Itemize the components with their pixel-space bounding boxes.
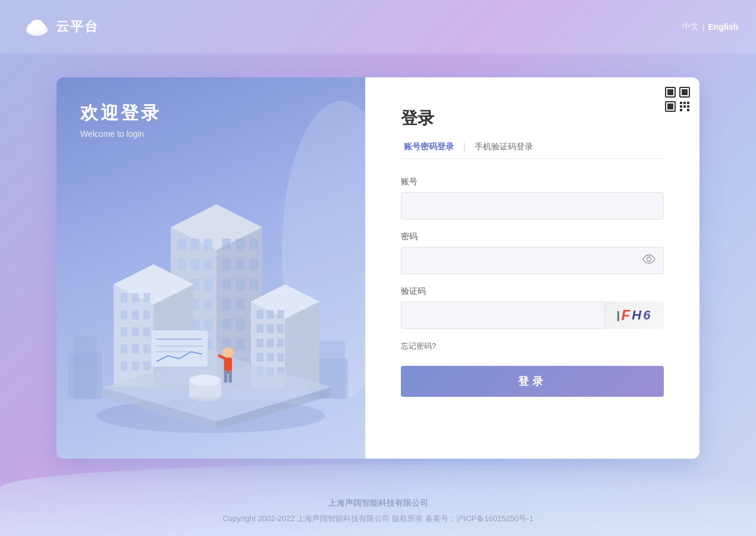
svg-rect-42 (222, 299, 231, 310)
password-group: 密码 (401, 231, 664, 274)
lang-divider: | (702, 22, 705, 32)
svg-rect-49 (236, 338, 244, 350)
svg-rect-118 (687, 109, 689, 111)
login-button[interactable]: 登录 (401, 366, 664, 397)
svg-rect-65 (143, 327, 150, 336)
account-label: 账号 (401, 177, 664, 187)
svg-rect-82 (267, 338, 274, 347)
cloud-logo-icon (24, 17, 50, 37)
main-card: 欢迎登录 Welcome to login (57, 77, 699, 459)
captcha-label: 验证码 (401, 286, 664, 297)
svg-rect-15 (178, 259, 186, 270)
svg-rect-13 (191, 239, 199, 250)
svg-rect-6 (74, 336, 96, 399)
login-tabs: 账号密码登录 手机验证码登录 (401, 142, 664, 159)
svg-rect-64 (132, 327, 139, 336)
svg-rect-41 (250, 279, 258, 290)
svg-rect-86 (277, 353, 284, 361)
building-scene-icon (57, 168, 365, 447)
password-label: 密码 (401, 231, 664, 242)
svg-rect-114 (680, 105, 682, 108)
tab-divider (464, 143, 465, 151)
svg-rect-26 (204, 319, 212, 330)
svg-rect-80 (277, 324, 284, 333)
svg-rect-39 (222, 279, 231, 290)
svg-rect-108 (682, 89, 688, 95)
svg-rect-115 (683, 105, 686, 108)
svg-rect-79 (267, 324, 274, 333)
svg-rect-46 (236, 319, 244, 330)
svg-rect-45 (222, 319, 231, 330)
account-input-wrap (401, 192, 664, 220)
svg-rect-81 (256, 338, 263, 347)
svg-rect-76 (267, 310, 274, 318)
captcha-group: 验证码 |FH6 (401, 286, 664, 329)
svg-rect-110 (667, 104, 673, 109)
left-panel: 欢迎登录 Welcome to login (57, 77, 365, 459)
svg-rect-77 (277, 310, 284, 318)
svg-rect-117 (680, 109, 682, 111)
svg-rect-102 (224, 370, 228, 383)
tab-sms-login[interactable]: 手机验证码登录 (472, 142, 536, 152)
svg-rect-20 (204, 279, 212, 290)
svg-rect-70 (132, 362, 139, 371)
svg-rect-57 (121, 293, 128, 302)
captcha-image[interactable]: |FH6 (604, 302, 664, 329)
svg-point-119 (647, 257, 651, 261)
svg-rect-34 (236, 239, 244, 250)
svg-rect-111 (680, 102, 682, 104)
svg-rect-84 (256, 353, 263, 361)
svg-rect-103 (228, 370, 232, 383)
svg-rect-12 (178, 239, 186, 250)
svg-rect-96 (151, 330, 208, 367)
toggle-password-icon[interactable] (642, 253, 655, 269)
footer-copyright: Copyright 2002-2022 上海声阔智能科技有限公司 版权所有 备案… (222, 513, 533, 524)
svg-rect-106 (667, 89, 673, 95)
welcome-sub: Welcome to login (80, 129, 341, 139)
svg-point-95 (189, 375, 221, 386)
svg-rect-63 (121, 327, 128, 336)
login-title: 登录 (401, 107, 664, 130)
svg-rect-71 (143, 362, 150, 371)
password-input-wrap (401, 247, 664, 274)
svg-rect-23 (204, 299, 212, 310)
svg-rect-83 (277, 338, 284, 347)
svg-rect-36 (222, 259, 231, 270)
svg-rect-17 (204, 259, 212, 270)
qr-code-icon[interactable] (664, 86, 691, 112)
svg-rect-68 (143, 344, 150, 353)
svg-rect-116 (687, 105, 689, 108)
svg-rect-62 (143, 310, 150, 319)
svg-rect-16 (191, 259, 199, 270)
svg-rect-14 (204, 239, 212, 250)
svg-rect-38 (250, 259, 258, 270)
svg-rect-59 (143, 293, 150, 302)
forgot-password-link[interactable]: 忘记密码? (401, 341, 664, 352)
svg-rect-33 (222, 239, 231, 250)
top-bar: 云平台 中文 | English (0, 0, 756, 54)
welcome-title: 欢迎登录 (80, 101, 341, 126)
right-panel: 登录 账号密码登录 手机验证码登录 账号 密码 (365, 77, 699, 459)
tab-password-login[interactable]: 账号密码登录 (401, 142, 457, 152)
footer: 上海声阔智能科技有限公司 Copyright 2002-2022 上海声阔智能科… (0, 459, 756, 536)
language-switcher: 中文 | English (682, 21, 738, 32)
svg-rect-35 (250, 239, 258, 250)
illustration (57, 137, 365, 447)
svg-rect-112 (683, 102, 686, 104)
password-input[interactable] (401, 247, 664, 274)
lang-en-button[interactable]: English (708, 22, 738, 32)
lang-cn-button[interactable]: 中文 (682, 21, 699, 32)
svg-rect-58 (132, 293, 139, 302)
svg-rect-60 (121, 310, 128, 319)
svg-rect-40 (236, 279, 244, 290)
account-group: 账号 (401, 177, 664, 220)
svg-rect-66 (121, 344, 128, 353)
svg-rect-78 (256, 324, 263, 333)
svg-rect-37 (236, 259, 244, 270)
svg-rect-67 (132, 344, 139, 353)
captcha-input-wrap: |FH6 (401, 302, 664, 329)
logo-text: 云平台 (56, 18, 99, 36)
svg-rect-43 (236, 299, 244, 310)
account-input[interactable] (401, 192, 664, 220)
svg-rect-85 (267, 353, 274, 361)
